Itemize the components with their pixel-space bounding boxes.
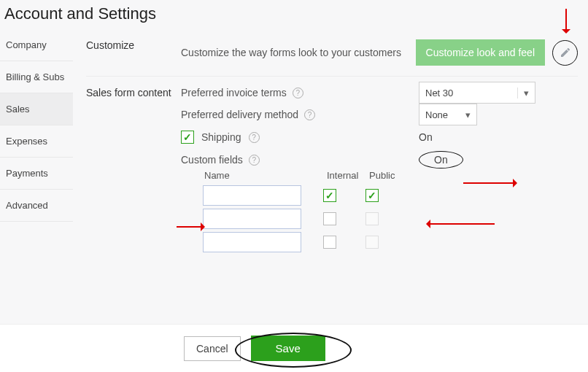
- chevron-down-icon: ▾: [517, 88, 529, 98]
- delivery-method-label: Preferred delivery method: [181, 109, 298, 120]
- pencil-icon: [560, 47, 571, 58]
- delivery-method-value: None: [425, 109, 448, 120]
- cf-internal-checkbox[interactable]: [323, 212, 336, 225]
- custom-fields-status: On: [434, 154, 448, 166]
- sidebar-item-label: Expenses: [6, 136, 47, 147]
- cf-col-name: Name: [203, 170, 305, 181]
- sidebar: Company Billing & Subs Sales Expenses Pa…: [0, 29, 73, 266]
- cf-name-input[interactable]: [203, 209, 301, 229]
- custom-fields-status-oval: On: [419, 151, 463, 168]
- shipping-status: On: [419, 131, 433, 143]
- shipping-checkbox[interactable]: ✓: [181, 131, 194, 144]
- sidebar-item-sales[interactable]: Sales: [0, 93, 73, 125]
- cf-col-public: Public: [369, 170, 411, 181]
- sidebar-item-label: Billing & Subs: [6, 71, 64, 82]
- customize-look-button[interactable]: Customize look and feel: [416, 39, 545, 66]
- invoice-terms-value: Net 30: [425, 88, 453, 98]
- section-label-customize: Customize: [86, 39, 181, 66]
- check-icon: ✓: [368, 190, 376, 201]
- customize-description: Customize the way forms look to your cus…: [181, 47, 401, 58]
- cf-name-input[interactable]: [203, 185, 301, 206]
- delivery-method-select[interactable]: None ▾: [419, 104, 477, 125]
- cf-name-input[interactable]: [203, 232, 301, 252]
- invoice-terms-label: Preferred invoice terms: [181, 87, 287, 98]
- check-icon: ✓: [183, 132, 192, 142]
- sidebar-item-label: Sales: [6, 104, 30, 115]
- sidebar-item-billing[interactable]: Billing & Subs: [0, 61, 73, 93]
- invoice-terms-select[interactable]: Net 30 ▾: [419, 82, 535, 104]
- sidebar-item-label: Company: [6, 39, 47, 50]
- sidebar-item-label: Payments: [6, 168, 48, 179]
- page-title: Account and Settings: [0, 0, 588, 29]
- section-label-sales-form: Sales form content: [86, 87, 181, 255]
- help-icon[interactable]: ?: [249, 155, 260, 166]
- chevron-down-icon: ▾: [465, 109, 471, 120]
- cf-public-checkbox[interactable]: [365, 212, 379, 225]
- shipping-label: Shipping: [201, 131, 241, 143]
- cf-col-internal: Internal: [327, 170, 369, 181]
- sidebar-item-advanced[interactable]: Advanced: [0, 190, 73, 222]
- check-icon: ✓: [325, 190, 334, 201]
- footer: Cancel Save: [0, 324, 588, 372]
- save-button[interactable]: Save: [251, 336, 325, 361]
- cancel-button[interactable]: Cancel: [184, 336, 241, 361]
- cf-row: [203, 209, 578, 229]
- sidebar-item-label: Advanced: [6, 200, 48, 211]
- cf-row: ✓ ✓: [203, 185, 578, 206]
- help-icon[interactable]: ?: [293, 88, 303, 98]
- cf-row: [203, 232, 578, 252]
- custom-fields-table: Name Internal Public ✓ ✓: [203, 170, 578, 252]
- sidebar-item-expenses[interactable]: Expenses: [0, 125, 73, 158]
- help-icon[interactable]: ?: [304, 109, 315, 120]
- help-icon[interactable]: ?: [249, 132, 260, 143]
- sidebar-item-payments[interactable]: Payments: [0, 158, 73, 190]
- cf-internal-checkbox[interactable]: [323, 236, 336, 249]
- edit-pencil-button[interactable]: [552, 40, 578, 66]
- custom-fields-label: Custom fields: [181, 154, 243, 166]
- cf-internal-checkbox[interactable]: ✓: [323, 189, 336, 202]
- sidebar-item-company[interactable]: Company: [0, 29, 73, 61]
- cf-public-checkbox[interactable]: [365, 236, 379, 249]
- cf-public-checkbox[interactable]: ✓: [365, 189, 379, 202]
